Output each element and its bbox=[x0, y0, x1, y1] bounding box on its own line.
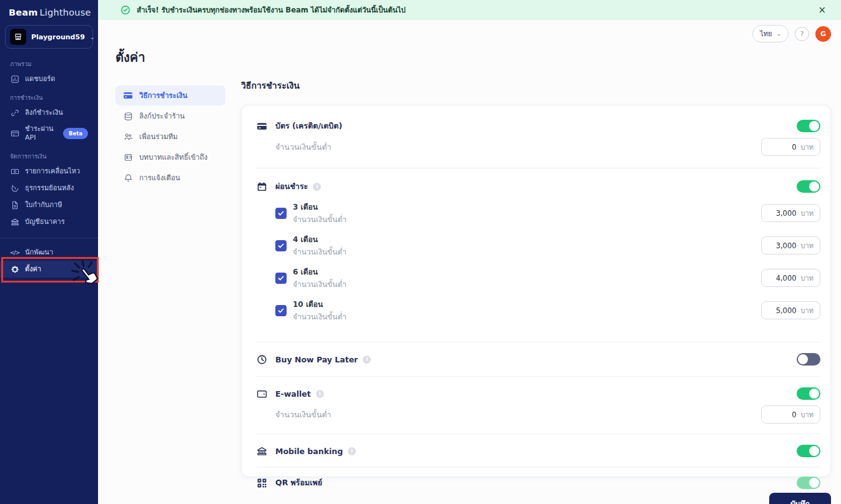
min-amount-label: จำนวนเงินขั้นต่ำ bbox=[293, 311, 347, 322]
installment-6m-amount-input[interactable]: 4,000 บาท bbox=[761, 269, 820, 287]
brand-bold: Beam bbox=[9, 7, 38, 17]
ewallet-min-amount-input[interactable]: 0 บาท bbox=[761, 405, 820, 424]
clock-icon bbox=[257, 354, 267, 365]
sidebar-section-overview: ภาพรวม bbox=[0, 54, 98, 70]
sidebar-item-payment-link[interactable]: ลิงก์ชำระเงิน bbox=[0, 104, 98, 121]
success-banner: สำเร็จ! รับชำระเงินครบทุกช่องทางพร้อมใช้… bbox=[98, 0, 841, 20]
installment-3m-amount-input[interactable]: 3,000 บาท bbox=[761, 204, 820, 222]
info-icon[interactable]: i bbox=[348, 447, 356, 455]
sidebar-item-transaction-history[interactable]: ธุรกรรมย้อนหลัง bbox=[0, 180, 98, 196]
currency-suffix: บาท bbox=[801, 208, 814, 219]
sidebar-item-dashboard[interactable]: แดชบอร์ด bbox=[0, 70, 98, 87]
payment-method-title: ผ่อนชำระ bbox=[275, 180, 308, 193]
banner-message: สำเร็จ! รับชำระเงินครบทุกช่องทางพร้อมใช้… bbox=[137, 4, 406, 16]
info-icon[interactable]: i bbox=[363, 356, 371, 364]
sidebar-item-developer[interactable]: </> นักพัฒนา bbox=[0, 244, 98, 261]
min-amount-label: จำนวนเงินขั้นต่ำ bbox=[275, 141, 332, 153]
bell-icon bbox=[123, 173, 133, 183]
workspace-switcher[interactable]: Playground59 ⌄ bbox=[5, 25, 93, 49]
bnpl-toggle[interactable] bbox=[797, 353, 820, 366]
language-label: ไทย bbox=[760, 28, 772, 39]
sidebar-item-transactions[interactable]: รายการเคลื่อนไหว bbox=[0, 163, 98, 180]
sidebar-item-settings[interactable]: ตั้งค่า bbox=[0, 261, 98, 278]
payment-method-title: Mobile banking bbox=[275, 447, 343, 456]
amount-value: 4,000 bbox=[776, 274, 797, 283]
brand-logo: BeamLighthouse bbox=[0, 0, 98, 21]
sidebar-item-tax-invoice[interactable]: ใบกำกับภาษี bbox=[0, 196, 98, 213]
sidebar-item-label: ตั้งค่า bbox=[25, 265, 41, 274]
card-toggle[interactable] bbox=[797, 120, 820, 132]
min-amount-label: จำนวนเงินขั้นต่ำ bbox=[293, 213, 347, 225]
checkbox-checked[interactable] bbox=[275, 273, 287, 284]
qr-promptpay-toggle[interactable] bbox=[797, 477, 820, 489]
currency-suffix: บาท bbox=[801, 142, 814, 153]
info-icon[interactable]: i bbox=[316, 390, 324, 398]
sidebar-divider bbox=[0, 238, 98, 238]
section-heading: วิธีการชำระเงิน bbox=[241, 79, 300, 92]
tab-payment-methods[interactable]: วิธีการชำระเงิน bbox=[116, 85, 225, 105]
card-icon bbox=[123, 90, 133, 100]
installment-option-4m: 4 เดือน จำนวนเงินขั้นต่ำ 3,000 บาท bbox=[275, 233, 820, 258]
card-icon bbox=[10, 129, 19, 138]
sidebar-item-label: บัญชีธนาคาร bbox=[25, 218, 65, 226]
sidebar-section-payments: การชำระเงิน bbox=[0, 87, 98, 104]
tab-label: ลิงก์ประจำร้าน bbox=[139, 112, 185, 121]
ewallet-toggle[interactable] bbox=[797, 387, 820, 400]
beta-badge: Beta bbox=[63, 128, 88, 139]
min-amount-label: จำนวนเงินขั้นต่ำ bbox=[275, 409, 332, 421]
wallet-icon bbox=[257, 389, 267, 399]
sidebar-item-api-payments[interactable]: ชำระผ่าน API Beta bbox=[0, 121, 98, 146]
tab-teammates[interactable]: เพื่อนร่วมทีม bbox=[116, 127, 225, 147]
sidebar: BeamLighthouse Playground59 ⌄ ภาพรวม แดช… bbox=[0, 0, 98, 504]
help-button[interactable]: ? bbox=[795, 27, 809, 41]
installment-10m-amount-input[interactable]: 5,000 บาท bbox=[761, 301, 820, 319]
mobile-banking-toggle[interactable] bbox=[797, 445, 820, 457]
id-badge-icon bbox=[123, 152, 133, 162]
sidebar-item-label: ชำระผ่าน API bbox=[25, 125, 57, 142]
currency-suffix: บาท bbox=[801, 240, 814, 251]
tab-label: การแจ้งเตือน bbox=[139, 173, 180, 183]
payment-method-title: บัตร (เครดิต/เดบิต) bbox=[275, 120, 342, 132]
card-min-amount-input[interactable]: 0 บาท bbox=[761, 138, 820, 156]
qr-code-icon bbox=[257, 478, 267, 488]
close-icon[interactable]: × bbox=[815, 4, 829, 16]
option-label: 10 เดือน bbox=[293, 298, 347, 310]
tab-notifications[interactable]: การแจ้งเตือน bbox=[116, 168, 225, 188]
sidebar-item-label: แดชบอร์ด bbox=[25, 75, 55, 84]
option-label: 6 เดือน bbox=[293, 266, 347, 278]
info-icon[interactable]: i bbox=[313, 183, 321, 191]
checkbox-checked[interactable] bbox=[275, 208, 287, 219]
installment-toggle[interactable] bbox=[797, 180, 820, 193]
payment-method-bnpl: Buy Now Pay Later i bbox=[257, 342, 820, 376]
bank-icon bbox=[257, 446, 267, 457]
sidebar-item-label: รายการเคลื่อนไหว bbox=[25, 167, 80, 176]
payment-method-card: บัตร (เครดิต/เดบิต) จำนวนเงินขั้นต่ำ 0 บ… bbox=[257, 105, 820, 168]
sidebar-item-label: นักพัฒนา bbox=[25, 248, 53, 257]
amount-value: 3,000 bbox=[776, 241, 797, 250]
database-icon bbox=[123, 111, 133, 121]
checkbox-checked[interactable] bbox=[275, 305, 287, 316]
document-icon bbox=[10, 200, 19, 210]
sidebar-item-bank-account[interactable]: บัญชีธนาคาร bbox=[0, 213, 98, 230]
tab-label: บทบาทและสิทธิ์เข้าถึง bbox=[139, 153, 207, 162]
main-area: สำเร็จ! รับชำระเงินครบทุกช่องทางพร้อมใช้… bbox=[98, 0, 841, 504]
topbar-controls: ไทย ⌄ ? G bbox=[752, 25, 831, 42]
workspace-name: Playground59 bbox=[31, 33, 85, 41]
brand-light: Lighthouse bbox=[40, 7, 91, 17]
payment-method-title: E-wallet bbox=[275, 389, 311, 399]
checkbox-checked[interactable] bbox=[275, 240, 287, 251]
avatar[interactable]: G bbox=[815, 26, 831, 42]
credit-card-icon bbox=[257, 121, 267, 132]
installment-4m-amount-input[interactable]: 3,000 บาท bbox=[761, 236, 820, 254]
tab-roles-access[interactable]: บทบาทและสิทธิ์เข้าถึง bbox=[116, 147, 225, 167]
bank-icon bbox=[10, 217, 19, 226]
save-button[interactable]: บันทึก bbox=[769, 493, 831, 504]
payment-method-qr-promptpay: QR พร้อมเพย์ bbox=[257, 467, 820, 498]
sidebar-section-finance: จัดการการเงิน bbox=[0, 146, 98, 163]
tab-store-link[interactable]: ลิงก์ประจำร้าน bbox=[116, 106, 225, 126]
currency-suffix: บาท bbox=[801, 273, 814, 284]
amount-value: 0 bbox=[792, 143, 796, 152]
option-label: 4 เดือน bbox=[293, 233, 347, 245]
language-selector[interactable]: ไทย ⌄ bbox=[752, 25, 789, 42]
payment-method-title: Buy Now Pay Later bbox=[275, 355, 358, 364]
